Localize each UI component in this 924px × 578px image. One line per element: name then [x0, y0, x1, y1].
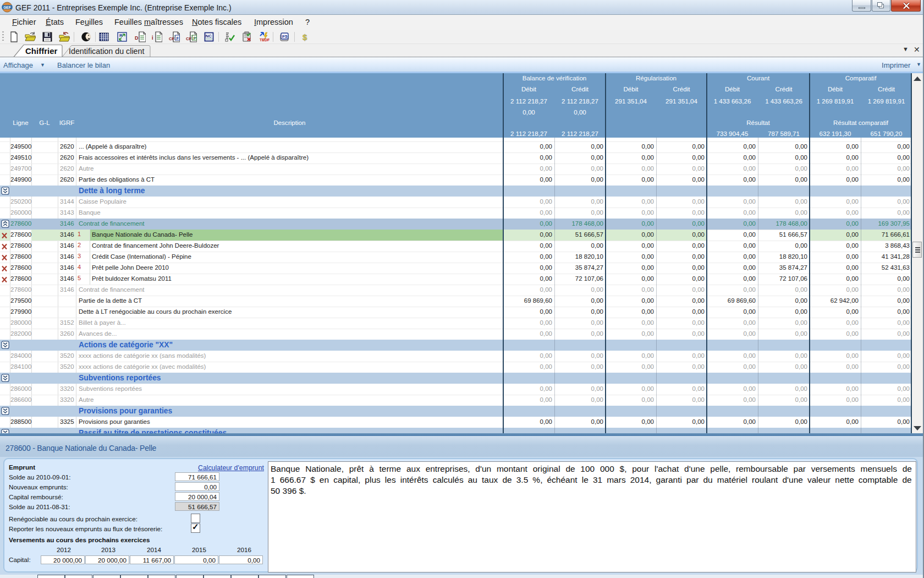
svg-text:TEDF: TEDF — [260, 38, 270, 42]
svg-text:İ: İ — [152, 35, 153, 41]
svg-text:D: D — [135, 35, 139, 41]
svg-text:NC: NC — [206, 34, 212, 39]
svg-text:CF: CF — [169, 36, 174, 41]
svg-text:GEF: GEF — [3, 6, 10, 9]
svg-text:$: $ — [302, 32, 307, 42]
svg-text:R: R — [119, 33, 123, 38]
svg-text:F: F — [177, 36, 179, 41]
svg-text:P: P — [194, 36, 197, 41]
svg-text:CF: CF — [186, 36, 191, 41]
svg-text:F5: F5 — [282, 34, 288, 39]
